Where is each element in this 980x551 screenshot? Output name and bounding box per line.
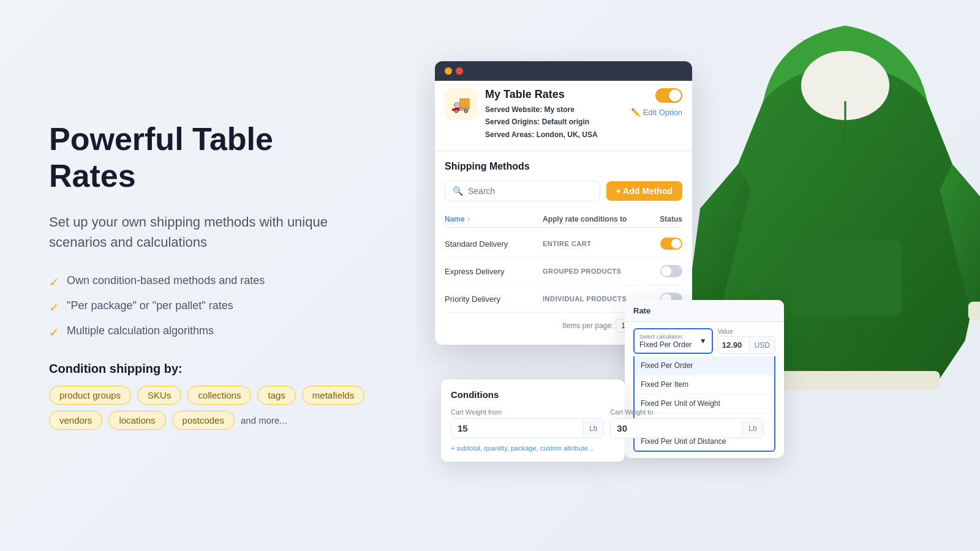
feature-text-3: Multiple calculation algorithms [67, 324, 214, 337]
rates-toggle[interactable] [655, 88, 682, 103]
col-rate-header: Apply rate conditions to [543, 215, 646, 223]
edit-option-label: Edit Option [643, 108, 682, 117]
served-origins-value: Default origin [542, 118, 589, 126]
value-input[interactable] [718, 337, 749, 353]
served-website-label: Served Website: [485, 105, 542, 114]
tags-container: product groups SKUs collections tags met… [49, 386, 368, 430]
served-areas-label: Served Areas: [485, 130, 534, 139]
condition-title: Condition shipping by: [49, 362, 368, 376]
row-status-1 [646, 265, 682, 277]
conditions-footer[interactable]: + subtotal, quantity, package, custom at… [451, 444, 615, 452]
search-add-row: 🔍 + Add Method [445, 181, 682, 201]
to-input-row: Lb [610, 418, 763, 438]
table-row: Express Delivery GROUPED PRODUCTS [445, 258, 682, 285]
page-title: Powerful Table Rates [49, 121, 368, 195]
rates-header: 🚚 My Table Rates Served Website: My stor… [435, 81, 692, 151]
feature-item-2: ✓ "Per package" or "per pallet" rates [49, 299, 368, 315]
sort-arrow: ↑ [467, 216, 470, 223]
card-titlebar [435, 61, 692, 81]
svg-rect-4 [968, 302, 980, 321]
tag-locations: locations [108, 411, 165, 430]
value-label: Value [718, 328, 775, 335]
dropdown-item-1[interactable]: Fixed Per Item [635, 375, 774, 394]
to-value-input[interactable] [611, 419, 742, 438]
from-input-row: Lb [451, 418, 604, 438]
row-name-1: Express Delivery [445, 267, 543, 276]
feature-item-3: ✓ Multiple calculation algorithms [49, 324, 368, 340]
titlebar-dot-red [456, 67, 463, 75]
row-name-2: Priority Delivery [445, 294, 543, 304]
served-areas-value: London, UK, USA [537, 130, 598, 139]
to-group: Cart Weight to Lb [610, 408, 763, 438]
rate-header: Rate [625, 300, 784, 322]
tag-vendors: vendors [49, 411, 102, 430]
left-section: Powerful Table Rates Set up your own shi… [0, 84, 417, 467]
conditions-card: Conditions Cart Weight from Lb Cart Weig… [441, 380, 625, 462]
to-label: Cart Weight to [610, 408, 763, 416]
conditions-row: Cart Weight from Lb Cart Weight to Lb [451, 408, 615, 438]
rates-info: 🚚 My Table Rates Served Website: My stor… [445, 88, 598, 141]
row-status-0 [646, 238, 682, 250]
header-actions: ✏️ Edit Option [631, 88, 682, 117]
add-method-button[interactable]: + Add Method [606, 181, 682, 201]
served-origins-label: Served Origins: [485, 118, 540, 126]
row-toggle-0[interactable] [660, 238, 682, 250]
rates-details: My Table Rates Served Website: My store … [485, 88, 598, 141]
tag-tags: tags [257, 386, 295, 405]
from-unit: Lb [582, 420, 603, 437]
truck-icon: 🚚 [451, 95, 470, 114]
value-box: Value USD [718, 328, 775, 354]
methods-table: Name ↑ Apply rate conditions to Status S… [445, 211, 682, 313]
tag-collections: collections [187, 386, 251, 405]
right-section: 🚚 My Table Rates Served Website: My stor… [417, 0, 980, 551]
search-icon: 🔍 [453, 186, 463, 196]
truck-icon-container: 🚚 [445, 88, 477, 120]
tag-postcodes: postcodes [172, 411, 235, 430]
tag-metafields: metafields [302, 386, 364, 405]
items-per-page-label: Items per page: [562, 321, 613, 330]
tag-more: and more... [241, 415, 287, 425]
col-name-header: Name ↑ [445, 215, 543, 223]
row-rate-1: GROUPED PRODUCTS [543, 268, 646, 275]
chevron-down-icon: ▼ [699, 337, 707, 345]
check-icon-2: ✓ [49, 300, 59, 315]
row-name-0: Standard Delivery [445, 239, 543, 249]
value-input-row: USD [718, 336, 775, 354]
dropdown-item-0[interactable]: Fixed Per Order [635, 356, 774, 375]
feature-text-1: Own condition-based methods and rates [67, 274, 265, 287]
edit-option-button[interactable]: ✏️ Edit Option [631, 108, 682, 117]
table-row: Standard Delivery ENTIRE CART [445, 230, 682, 258]
rates-meta: Served Website: My store Served Origins:… [485, 103, 598, 141]
pencil-icon: ✏️ [631, 108, 641, 117]
conditions-title: Conditions [451, 389, 615, 400]
selected-value: Fixed Per Order [639, 340, 692, 349]
check-icon-1: ✓ [49, 275, 59, 290]
rate-top-row: Select calculation Fixed Per Order ▼ Val… [625, 322, 784, 356]
from-group: Cart Weight from Lb [451, 408, 604, 438]
feature-item-1: ✓ Own condition-based methods and rates [49, 274, 368, 290]
check-icon-3: ✓ [49, 325, 59, 340]
served-website-value: My store [545, 105, 575, 114]
currency-label: USD [749, 337, 775, 353]
tag-skus: SKUs [137, 386, 181, 405]
to-unit: Lb [742, 420, 763, 437]
feature-list: ✓ Own condition-based methods and rates … [49, 274, 368, 340]
titlebar-dot-orange [445, 67, 452, 75]
col-status-header: Status [646, 215, 682, 223]
svg-rect-1 [788, 240, 902, 316]
rates-title: My Table Rates [485, 88, 598, 101]
subtitle: Set up your own shipping methods with un… [49, 212, 343, 252]
from-value-input[interactable] [451, 419, 582, 438]
row-toggle-1[interactable] [660, 265, 682, 277]
from-label: Cart Weight from [451, 408, 604, 416]
row-rate-0: ENTIRE CART [543, 240, 646, 247]
section-title: Shipping Methods [445, 161, 682, 172]
select-calc-box[interactable]: Select calculation Fixed Per Order ▼ [633, 328, 713, 354]
select-label: Select calculation [639, 334, 692, 340]
table-header: Name ↑ Apply rate conditions to Status [445, 211, 682, 228]
feature-text-2: "Per package" or "per pallet" rates [67, 299, 233, 312]
search-input[interactable] [468, 186, 592, 196]
search-box[interactable]: 🔍 [445, 181, 600, 201]
tag-product-groups: product groups [49, 386, 131, 405]
